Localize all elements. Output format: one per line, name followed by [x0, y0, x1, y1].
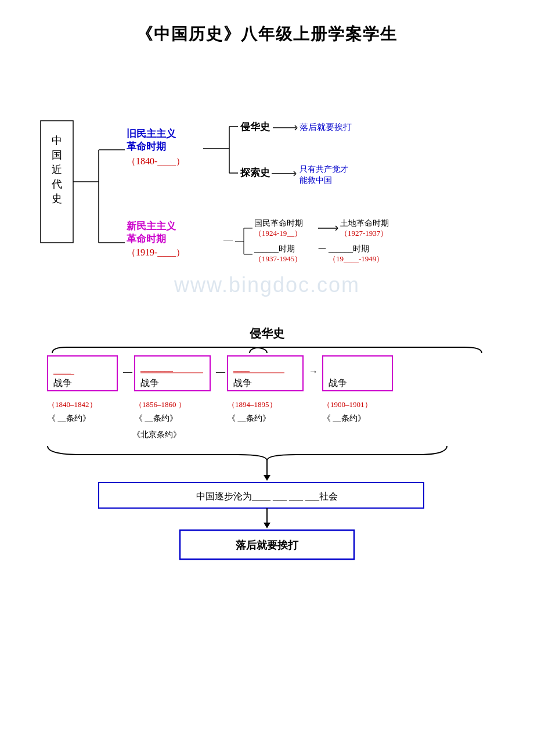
svg-text:探索史: 探索史	[240, 167, 270, 178]
svg-text:中: 中	[52, 135, 62, 146]
svg-text:土地革命时期: 土地革命时期	[340, 219, 389, 228]
svg-text:________: ________	[140, 363, 174, 372]
svg-text:（1919-____）: （1919-____）	[127, 247, 185, 257]
svg-text:中国逐步沦为____ ___ ___ ___社会: 中国逐步沦为____ ___ ___ ___社会	[196, 491, 338, 501]
svg-text:战争: 战争	[233, 378, 252, 388]
svg-marker-76	[264, 475, 270, 481]
svg-text:国: 国	[52, 149, 62, 161]
svg-text:（1900–1901）: （1900–1901）	[323, 400, 372, 409]
svg-text:→: →	[309, 366, 318, 376]
top-mindmap-svg: 中 国 近 代 史 旧民主主义 革命时期 （1840-____） 侵华史 落后就…	[23, 63, 511, 307]
svg-text:（1937-1945）: （1937-1945）	[254, 254, 302, 263]
svg-text:《 __条约》: 《 __条约》	[228, 414, 270, 423]
svg-text:代: 代	[51, 178, 62, 190]
svg-text:（1927-1937）: （1927-1937）	[340, 229, 388, 237]
svg-text:一: 一	[318, 244, 326, 253]
svg-text:落后就要挨打: 落后就要挨打	[236, 539, 299, 551]
bottom-mindmap-svg: 侵华史 ____ 战争 — ________ 战争 — ____ 战争 → 战争…	[23, 318, 511, 620]
svg-text:（1924-19__）: （1924-19__）	[254, 229, 302, 237]
svg-marker-80	[264, 523, 270, 528]
svg-text:侵华史: 侵华史	[240, 121, 270, 132]
svg-text:（1894–1895）: （1894–1895）	[228, 400, 277, 409]
svg-text:____: ____	[53, 365, 71, 374]
svg-text:（1856–1860 ）: （1856–1860 ）	[135, 400, 186, 409]
svg-text:（19____-1949）: （19____-1949）	[329, 254, 384, 263]
svg-text:《 __条约》: 《 __条约》	[48, 414, 91, 423]
top-mindmap: 中 国 近 代 史 旧民主主义 革命时期 （1840-____） 侵华史 落后就…	[0, 63, 534, 307]
svg-text:《北京条约》: 《北京条约》	[132, 430, 181, 439]
svg-text:____: ____	[233, 363, 250, 372]
svg-text:______时期: ______时期	[328, 244, 369, 253]
svg-text:革命时期: 革命时期	[127, 233, 166, 244]
svg-text:旧民主主义: 旧民主主义	[127, 128, 176, 139]
svg-text:国民革命时期: 国民革命时期	[254, 219, 303, 228]
svg-text:《 __条约》: 《 __条约》	[135, 414, 178, 423]
svg-text:战争: 战争	[140, 378, 159, 388]
page-title: 《中国历史》八年级上册学案学生	[0, 23, 534, 45]
svg-text:革命时期: 革命时期	[127, 141, 166, 152]
svg-text:______时期: ______时期	[254, 244, 295, 253]
svg-text:—: —	[215, 366, 226, 376]
svg-text:能救中国: 能救中国	[300, 176, 332, 185]
svg-text:战争: 战争	[53, 378, 72, 388]
svg-text:（1840-____）: （1840-____）	[127, 156, 185, 166]
svg-text:（1840–1842）: （1840–1842）	[48, 400, 97, 409]
svg-text:侵华史: 侵华史	[249, 327, 285, 340]
svg-text:史: 史	[52, 193, 62, 204]
svg-text:新民主主义: 新民主主义	[127, 220, 176, 232]
svg-text:—: —	[223, 234, 233, 244]
svg-text:战争: 战争	[329, 378, 347, 388]
svg-text:只有共产党才: 只有共产党才	[300, 165, 348, 174]
svg-text:近: 近	[52, 164, 62, 175]
svg-text:落后就要挨打: 落后就要挨打	[300, 123, 352, 132]
svg-text:《 __条约》: 《 __条约》	[323, 414, 366, 423]
svg-text:—: —	[122, 366, 133, 376]
bottom-section: 侵华史 ____ 战争 — ________ 战争 — ____ 战争 → 战争…	[0, 318, 534, 620]
